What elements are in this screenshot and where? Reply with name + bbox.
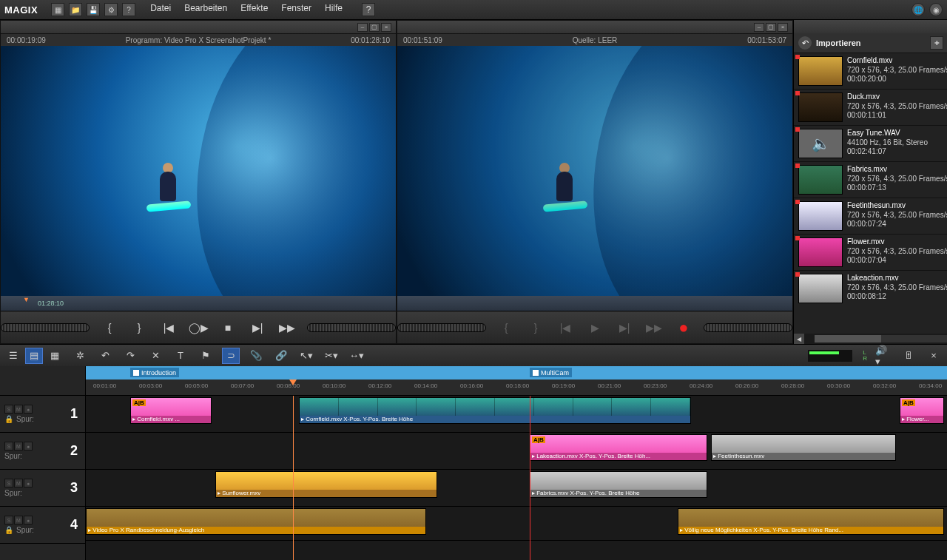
- media-item[interactable]: Duck.mxv 720 x 576, 4:3, 25.00 Frames/s …: [794, 89, 947, 125]
- new-icon[interactable]: ▦: [51, 3, 64, 16]
- jog-wheel[interactable]: [307, 323, 396, 332]
- track-4[interactable]: ▸ Video Pro X Randbeschneidung-Ausgleich…: [86, 507, 947, 541]
- move-tool-icon[interactable]: ↔▾: [348, 348, 365, 364]
- in-point-icon[interactable]: {: [100, 320, 119, 335]
- media-item[interactable]: Feetinthesun.mxv 720 x 576, 4:3, 25.00 F…: [794, 198, 947, 234]
- skip-fwd-icon[interactable]: ▶▶: [277, 320, 297, 335]
- clip[interactable]: A|B▸ Lakeaction.mxv X-Pos. Y-Pos. Breite…: [530, 434, 707, 461]
- menu-fenster[interactable]: Fenster: [281, 3, 311, 16]
- time-ruler[interactable]: 00:01:0000:03:0000:05:0000:07:0000:08:00…: [86, 379, 947, 396]
- context-help-icon[interactable]: ?: [362, 3, 375, 16]
- program-title: Programm: Video Pro X ScreenshotProjekt …: [61, 36, 336, 44]
- marker-multicam[interactable]: MultiCam: [530, 368, 572, 377]
- view-scene-icon[interactable]: ▦: [46, 348, 64, 364]
- program-video[interactable]: [1, 46, 396, 296]
- skip-fwd-icon[interactable]: ▶▶: [644, 320, 664, 335]
- source-timebar[interactable]: [397, 296, 792, 311]
- media-meta: 720 x 576, 4:3, 25.00 Frames/s: [847, 66, 947, 75]
- media-list[interactable]: Cornfield.mxv 720 x 576, 4:3, 25.00 Fram…: [794, 53, 947, 334]
- clip[interactable]: A|B▸ Cornfield.mxv ...: [130, 397, 212, 424]
- step-icon[interactable]: ▶|: [615, 320, 634, 335]
- step-icon[interactable]: ▶|: [248, 320, 267, 335]
- clip[interactable]: ▸ Video Pro X Randbeschneidung-Ausgleich: [86, 508, 426, 535]
- menu-bearbeiten[interactable]: Bearbeiten: [184, 3, 227, 16]
- out-point-icon[interactable]: }: [129, 320, 149, 335]
- source-video[interactable]: [397, 46, 792, 296]
- playhead[interactable]: [293, 396, 294, 560]
- close-icon[interactable]: ×: [381, 23, 391, 32]
- tracks[interactable]: A|B▸ Cornfield.mxv ...▸ Cornfield.mxv X-…: [86, 396, 947, 560]
- menu-hilfe[interactable]: Hilfe: [325, 3, 343, 16]
- jog-wheel[interactable]: [397, 323, 486, 332]
- close-icon[interactable]: ×: [925, 348, 943, 364]
- media-item[interactable]: Fabrics.mxv 720 x 576, 4:3, 25.00 Frames…: [794, 161, 947, 198]
- marker-introduction[interactable]: Introduction: [130, 368, 179, 377]
- track-3[interactable]: ▸ Sunflower.mxv▸ Fabrics.mxv X-Pos. Y-Po…: [86, 470, 947, 507]
- play-icon[interactable]: ◯▶: [189, 320, 208, 335]
- save-icon[interactable]: 💾: [87, 3, 100, 16]
- clip[interactable]: ▸ Fabrics.mxv X-Pos. Y-Pos. Breite Höhe: [530, 471, 707, 498]
- playhead-secondary[interactable]: [530, 396, 530, 560]
- add-icon[interactable]: ✚: [930, 36, 943, 50]
- out-point-icon[interactable]: }: [526, 320, 545, 335]
- razor-tool-icon[interactable]: ✂▾: [323, 348, 340, 364]
- scroll-left-icon[interactable]: ◀: [794, 334, 804, 344]
- stop-icon[interactable]: ■: [218, 320, 237, 335]
- media-item[interactable]: Flower.mxv 720 x 576, 4:3, 25.00 Frames/…: [794, 234, 947, 270]
- menu-datei[interactable]: Datei: [150, 3, 171, 16]
- title-icon[interactable]: T: [172, 348, 189, 364]
- view-timeline-icon[interactable]: ☰: [4, 348, 22, 364]
- clip[interactable]: ▸ Sunflower.mxv: [215, 471, 437, 498]
- settings-icon[interactable]: ⚙: [104, 3, 118, 16]
- close-icon[interactable]: ×: [778, 23, 788, 32]
- record-icon[interactable]: ●: [674, 320, 693, 335]
- marker-icon[interactable]: ⚑: [197, 348, 215, 364]
- media-item[interactable]: Cornfield.mxv 720 x 576, 4:3, 25.00 Fram…: [794, 53, 947, 89]
- track-2[interactable]: A|B▸ Lakeaction.mxv X-Pos. Y-Pos. Breite…: [86, 433, 947, 470]
- in-point-icon[interactable]: {: [496, 320, 516, 335]
- max-icon[interactable]: ▢: [369, 23, 380, 32]
- media-item[interactable]: Lakeaction.mxv 720 x 576, 4:3, 25.00 Fra…: [794, 270, 947, 306]
- link-icon[interactable]: 🔗: [272, 348, 290, 364]
- mixer-icon[interactable]: 🎚: [900, 348, 917, 364]
- media-item[interactable]: 🔈 Easy Tune.WAV 44100 Hz, 16 Bit, Stereo…: [794, 125, 947, 161]
- select-tool-icon[interactable]: ↖▾: [297, 348, 315, 364]
- delete-icon[interactable]: ✕: [146, 348, 164, 364]
- skip-back-icon[interactable]: |◀: [556, 320, 575, 335]
- view-storyboard-icon[interactable]: ▤: [25, 348, 43, 364]
- track-head[interactable]: SM● 🔒Spur: 1: [0, 396, 85, 433]
- reel-icon[interactable]: ✲: [71, 348, 89, 364]
- track-head[interactable]: SM● Spur: 2: [0, 433, 85, 470]
- media-thumb: [798, 201, 843, 231]
- clip[interactable]: ▸ Völlig neue Möglichkeiten X-Pos. Y-Pos…: [678, 508, 944, 535]
- undo-icon[interactable]: ↶: [96, 348, 114, 364]
- h-scrollbar[interactable]: [815, 335, 947, 343]
- disc-icon[interactable]: ◉: [929, 3, 943, 16]
- snap-icon[interactable]: ⊃: [222, 348, 240, 364]
- attach-icon[interactable]: 📎: [247, 348, 265, 364]
- media-name: Cornfield.mxv: [847, 56, 947, 66]
- track-1[interactable]: A|B▸ Cornfield.mxv ...▸ Cornfield.mxv X-…: [86, 396, 947, 433]
- open-icon[interactable]: 📁: [69, 3, 82, 16]
- marker-bar[interactable]: 01:28:10 Introduction MultiCam: [86, 366, 947, 379]
- clip[interactable]: ▸ Feetinthesun.mxv: [711, 434, 896, 461]
- volume-icon[interactable]: 🔊▾: [874, 348, 892, 364]
- menu-effekte[interactable]: Effekte: [240, 3, 268, 16]
- program-timebar[interactable]: ▼ 01:28:10: [1, 296, 396, 311]
- jog-wheel[interactable]: [704, 323, 792, 332]
- help-icon[interactable]: ?: [122, 3, 135, 16]
- clip[interactable]: ▸ Cornfield.mxv X-Pos. Y-Pos. Breite Höh…: [299, 397, 691, 424]
- back-icon[interactable]: ↶: [798, 36, 812, 50]
- min-icon[interactable]: –: [754, 23, 764, 32]
- track-head[interactable]: SM● 🔒Spur: 4: [0, 507, 85, 544]
- min-icon[interactable]: –: [357, 23, 368, 32]
- play-icon[interactable]: ▶: [585, 320, 604, 335]
- max-icon[interactable]: ▢: [766, 23, 776, 32]
- web-icon[interactable]: 🌐: [911, 3, 925, 16]
- redo-icon[interactable]: ↷: [121, 348, 139, 364]
- skip-back-icon[interactable]: |◀: [159, 320, 178, 335]
- clip[interactable]: A|B▸ Flower...: [900, 397, 944, 424]
- track-head[interactable]: SM● Spur: 3: [0, 470, 85, 507]
- source-transport: { } |◀ ▶ ▶| ▶▶ ●: [397, 311, 792, 343]
- jog-wheel[interactable]: [1, 323, 90, 332]
